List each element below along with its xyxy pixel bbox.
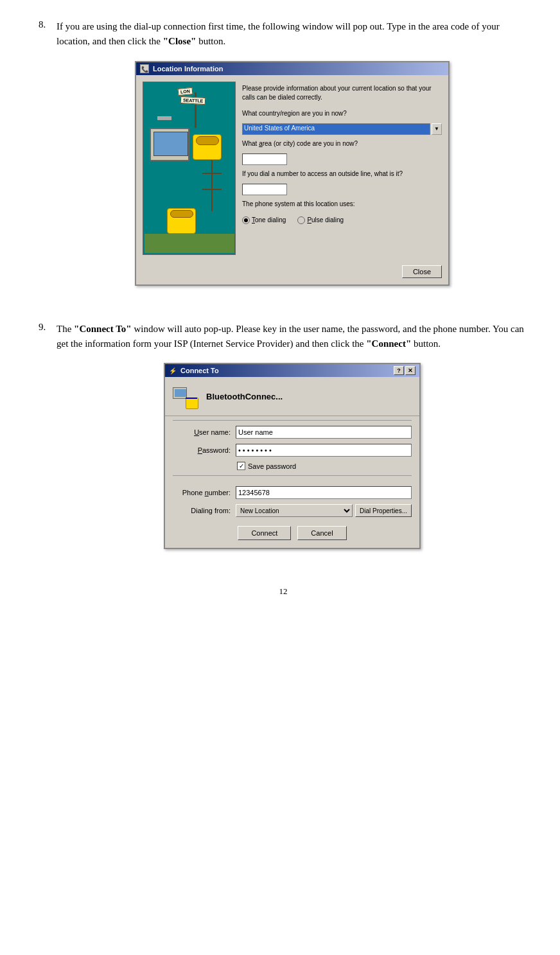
connect-button[interactable]: Connect [238,526,291,540]
outside-label: If you dial a number to access an outsid… [242,170,442,177]
connect-dialog-titlebar: ⚡ Connect To ? ✕ [165,364,419,377]
page-number: 12 [39,586,528,597]
pulse-dialing-option[interactable]: Pulse dialing [297,216,344,224]
connect-header: BluetoothConnec... [165,377,419,416]
phone-handset-bottom [170,210,193,218]
clipart-scene: LON SEATTLE [144,83,234,253]
phone-right [193,134,222,160]
save-password-label: Save password [248,462,296,470]
location-dialog-title: Location Information [153,65,223,73]
step-8-text: If you are using the dial-up connection … [57,19,528,49]
save-password-checkbox[interactable]: ✓ [237,462,245,470]
separator-2 [173,475,412,476]
titlebar-controls: ? ✕ [394,366,416,375]
phone-bottom [167,208,196,234]
location-clipart: LON SEATTLE [143,82,236,255]
outside-line-input[interactable] [242,184,287,195]
connect-dialog-title: Connect To [180,367,219,374]
password-row: Password: [173,444,412,457]
connect-dialog: ⚡ Connect To ? ✕ [164,363,421,549]
location-title-icon: 📞 [140,64,149,73]
tone-radio[interactable] [242,216,250,224]
monitor [150,128,189,161]
dial-properties-button[interactable]: Dial Properties... [355,504,412,517]
tower-line [211,160,213,211]
monitor-base [157,116,171,120]
password-label: Password: [173,446,231,454]
step-8: 8. If you are using the dial-up connecti… [39,19,528,304]
pulse-radio[interactable] [297,216,305,224]
password-input[interactable] [236,444,412,457]
dialing-type-group: Tone dialing Pulse dialing [242,216,442,224]
location-dialog: 📞 Location Information LON SEATTLE [135,61,450,286]
phone-label: Phone number: [173,489,231,496]
step-9: 9. The "Connect To" window will auto pop… [39,322,528,568]
phone-input[interactable] [236,486,412,499]
dialing-from-row: Dialing from: New Location Dial Properti… [173,504,412,517]
area-label: What area (or city) code are you in now? [242,140,442,147]
sign-seattle: SEATTLE [180,96,206,105]
connect-form: User name: Password: ✓ Save p [165,426,419,470]
phone-small-icon [186,398,198,409]
connect-line [186,398,197,399]
step-9-content: The "Connect To" window will auto pop-up… [57,322,528,568]
phone-system-label: The phone system at this location uses: [242,200,442,207]
tower [202,160,222,211]
tone-dialing-option[interactable]: Tone dialing [242,216,286,224]
phone-handset-right [196,136,219,145]
tone-label: Tone dialing [252,216,286,223]
connection-name: BluetoothConnec... [206,392,283,401]
pulse-label: Pulse dialing [307,216,344,223]
sign-london: LON [177,87,193,96]
location-description: Please provide information about your cu… [242,84,442,102]
monitor-small [173,387,187,399]
dialing-from-label: Dialing from: [173,507,231,514]
phone-row: Phone number: [173,486,412,499]
location-form: Please provide information about your cu… [242,82,442,255]
monitor-screen [153,132,188,156]
monitor-small-screen [175,389,186,397]
connect-title-icon: ⚡ [169,367,177,374]
username-input[interactable] [236,426,412,439]
dialing-from-select[interactable]: New Location [236,504,353,517]
connection-icon [173,383,198,409]
step-9-text: The "Connect To" window will auto pop-up… [57,322,528,352]
connect-form-2: Phone number: Dialing from: New Location [165,486,419,517]
close-button[interactable]: Close [402,265,442,278]
connect-buttons: Connect Cancel [165,520,419,548]
location-dialog-body: LON SEATTLE [136,75,448,261]
dialing-from-select-row: New Location Dial Properties... [236,504,412,517]
tower-arm1 [202,173,222,174]
cancel-button[interactable]: Cancel [297,526,346,540]
area-code-input[interactable] [242,153,287,165]
username-label: User name: [173,428,231,436]
step-number-8: 8. [39,19,57,304]
country-select[interactable]: United States of America [242,123,430,135]
help-button[interactable]: ? [394,366,404,375]
country-dropdown-btn[interactable]: ▼ [432,123,442,135]
save-password-row: ✓ Save password [237,462,412,470]
connect-dialog-wrapper: ⚡ Connect To ? ✕ [57,363,528,549]
location-dialog-titlebar: 📞 Location Information [136,62,448,75]
ground [144,234,234,253]
country-label: What country/region are you in now? [242,110,442,117]
location-dialog-wrapper: 📞 Location Information LON SEATTLE [57,61,528,286]
separator-1 [173,420,412,421]
location-dialog-footer: Close [136,261,448,285]
username-row: User name: [173,426,412,439]
step-8-content: If you are using the dial-up connection … [57,19,528,304]
tower-arm2 [202,189,222,190]
country-select-row[interactable]: United States of America ▼ [242,123,442,135]
close-titlebar-button[interactable]: ✕ [405,366,416,375]
step-number-9: 9. [39,322,57,568]
